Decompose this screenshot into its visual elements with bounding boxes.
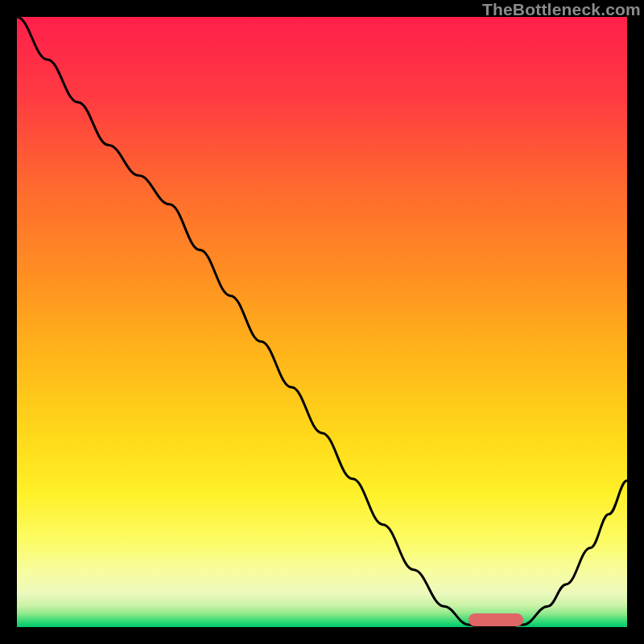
bottleneck-curve <box>17 17 627 627</box>
curve-layer <box>17 17 627 627</box>
plot-area <box>17 17 627 627</box>
watermark-text: TheBottleneck.com <box>482 0 641 19</box>
bottleneck-chart: TheBottleneck.com <box>0 0 644 644</box>
optimal-range-marker <box>469 613 523 626</box>
